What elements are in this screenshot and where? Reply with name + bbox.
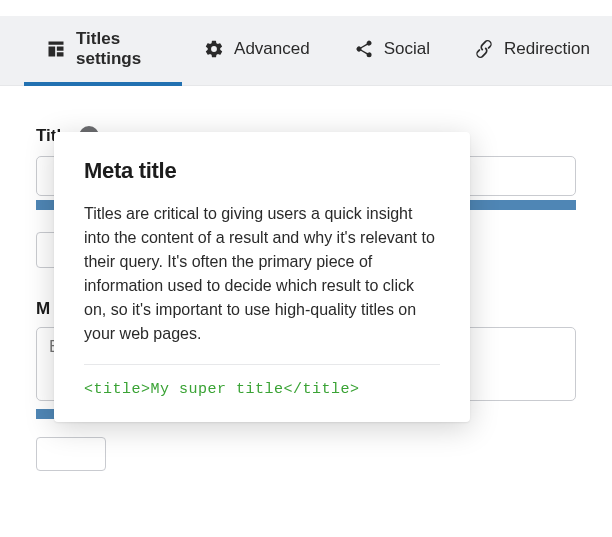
tabs-bar: Titles settings Advanced Social Redirect…: [0, 16, 612, 86]
tab-titles-settings[interactable]: Titles settings: [24, 16, 182, 86]
tab-advanced[interactable]: Advanced: [182, 16, 332, 86]
tab-label: Advanced: [234, 39, 310, 59]
gear-icon: [204, 39, 224, 59]
tooltip-divider: [84, 364, 440, 365]
tooltip-heading: Meta title: [84, 158, 440, 184]
tab-label: Redirection: [504, 39, 590, 59]
content-area: Title ? M Meta title Titles are critical…: [0, 86, 612, 474]
link-icon: [474, 39, 494, 59]
tab-label: Titles settings: [76, 29, 160, 69]
tooltip-code-example: <title>My super title</title>: [84, 381, 440, 398]
share-icon: [354, 39, 374, 59]
secondary-action-button[interactable]: [36, 437, 106, 471]
tab-redirection[interactable]: Redirection: [452, 16, 612, 86]
meta-label: M: [36, 299, 50, 319]
tab-label: Social: [384, 39, 430, 59]
help-tooltip: Meta title Titles are critical to giving…: [54, 132, 470, 422]
tab-social[interactable]: Social: [332, 16, 452, 86]
tooltip-body: Titles are critical to giving users a qu…: [84, 202, 440, 346]
grid-icon: [46, 39, 66, 59]
